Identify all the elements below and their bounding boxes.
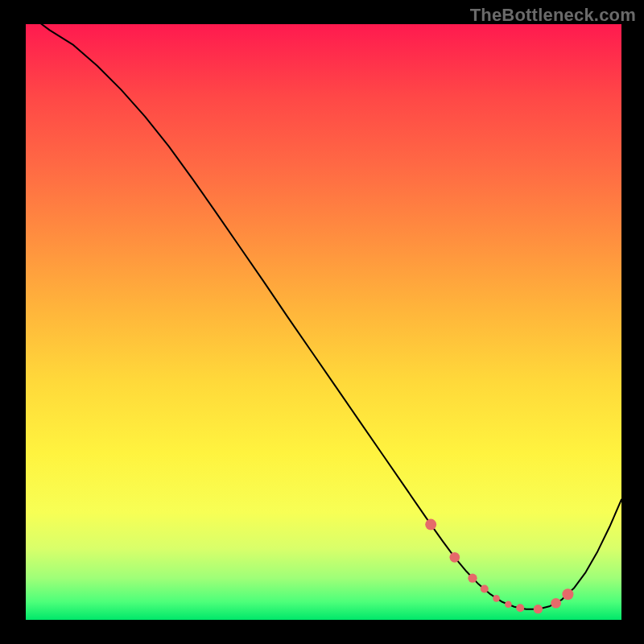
marker-dot [481,585,489,593]
marker-dot [493,595,500,602]
bottleneck-curve [26,24,621,609]
marker-dot [468,574,477,583]
marker-dot [425,519,436,530]
marker-dot [505,601,512,608]
watermark-text: TheBottleneck.com [470,5,636,26]
marker-dot [516,604,524,612]
marker-dot [449,552,460,563]
chart-svg [26,24,621,620]
marker-dot [562,588,573,600]
plot-area [26,24,621,620]
optimal-markers [425,519,573,614]
marker-dot [551,598,561,609]
marker-dot [534,605,543,613]
